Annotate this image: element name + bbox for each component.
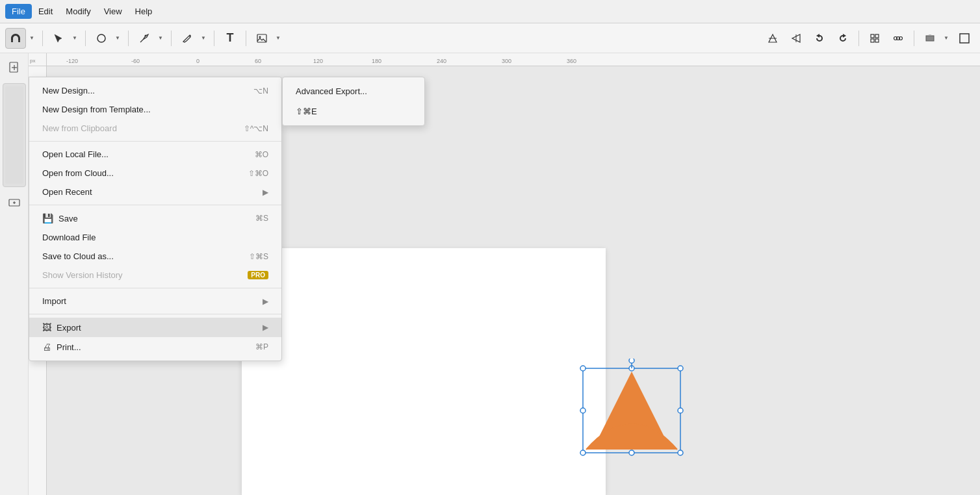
menu-help[interactable]: Help xyxy=(129,4,159,19)
menu-open-local[interactable]: Open Local File... ⌘O xyxy=(29,145,281,164)
print-item-left: 🖨 Print... xyxy=(42,342,81,352)
save-icon: 💾 xyxy=(42,213,53,223)
menu-open-local-label: Open Local File... xyxy=(42,149,109,159)
svg-marker-18 xyxy=(926,34,934,36)
rotate-right-button[interactable] xyxy=(832,28,853,49)
svg-rect-19 xyxy=(960,34,969,43)
ruler-corner: px xyxy=(29,53,47,66)
svg-point-35 xyxy=(678,450,683,455)
svg-point-28 xyxy=(580,366,586,371)
magnet-snap-button[interactable] xyxy=(5,28,26,49)
menu-save-cloud-label: Save to Cloud as... xyxy=(42,251,114,261)
menu-new-design-shortcut: ⌥N xyxy=(253,86,268,95)
circle-button[interactable] xyxy=(91,28,112,49)
shape-rect-dropdown-button[interactable]: ▼ xyxy=(941,28,951,49)
svg-point-2 xyxy=(97,34,105,42)
menu-new-from-template[interactable]: New Design from Template... xyxy=(29,100,281,119)
menu-new-from-clipboard-shortcut: ⇧^⌥N xyxy=(244,124,268,133)
selected-shape-container[interactable] xyxy=(567,359,697,465)
svg-point-31 xyxy=(580,408,586,413)
export-shortcut-item[interactable]: ⇧⌘E xyxy=(283,101,424,121)
distribute-button[interactable] xyxy=(888,28,909,49)
export-advanced-label: Advanced Export... xyxy=(296,86,367,96)
menu-export[interactable]: 🖼 Export ▶ xyxy=(29,318,281,337)
align-grid-button[interactable] xyxy=(864,28,885,49)
export-submenu: Advanced Export... ⇧⌘E xyxy=(282,77,425,126)
add-layer-tool[interactable] xyxy=(3,191,26,214)
svg-point-30 xyxy=(678,366,683,371)
menu-download-file-label: Download File xyxy=(42,233,96,242)
ruler-top: -120 -60 0 60 120 180 240 300 360 xyxy=(47,53,980,66)
separator-7 xyxy=(858,31,859,46)
menu-new-from-template-label: New Design from Template... xyxy=(42,105,151,114)
export-item-left: 🖼 Export xyxy=(42,322,81,333)
select-button[interactable] xyxy=(48,28,69,49)
menu-save-cloud[interactable]: Save to Cloud as... ⇧⌘S xyxy=(29,247,281,266)
menu-version-history: Show Version History PRO xyxy=(29,266,281,285)
select-dropdown-button[interactable]: ▼ xyxy=(70,28,80,49)
main-area: px -120 -60 0 60 120 180 240 300 360 -18… xyxy=(0,53,980,495)
svg-rect-17 xyxy=(926,36,934,41)
canvas-area[interactable]: px -120 -60 0 60 120 180 240 300 360 -18… xyxy=(29,53,980,495)
separator-1 xyxy=(42,31,43,46)
svg-point-34 xyxy=(629,450,634,455)
pen-tool-group: ▼ xyxy=(134,28,166,49)
canvas-page xyxy=(242,248,606,495)
import-arrow-icon: ▶ xyxy=(263,297,268,306)
left-tools-panel xyxy=(0,53,29,495)
text-button[interactable]: T xyxy=(220,28,240,49)
flip-horizontal-button[interactable] xyxy=(786,28,806,49)
separator-5 xyxy=(214,31,214,46)
menu-save-cloud-shortcut: ⇧⌘S xyxy=(249,252,268,261)
menu-view[interactable]: View xyxy=(97,4,129,19)
svg-point-32 xyxy=(678,408,683,413)
snap-dropdown-button[interactable]: ▼ xyxy=(27,28,37,49)
shape-dropdown-button[interactable]: ▼ xyxy=(112,28,123,49)
menu-import[interactable]: Import ▶ xyxy=(29,292,281,311)
separator-4 xyxy=(171,31,172,46)
image-button[interactable] xyxy=(251,28,272,49)
flip-vertical-button[interactable] xyxy=(762,28,783,49)
menu-open-local-shortcut: ⌘O xyxy=(255,150,268,159)
menu-save[interactable]: 💾 Save ⌘S xyxy=(29,209,281,228)
menu-file[interactable]: File xyxy=(5,4,32,19)
export-advanced[interactable]: Advanced Export... xyxy=(283,81,424,101)
menu-open-cloud[interactable]: Open from Cloud... ⇧⌘O xyxy=(29,164,281,183)
snap-tool-group: ▼ xyxy=(5,28,37,49)
svg-rect-1 xyxy=(18,40,20,42)
separator-b xyxy=(29,205,281,205)
pencil-dropdown-button[interactable]: ▼ xyxy=(198,28,209,49)
menu-edit[interactable]: Edit xyxy=(32,4,59,19)
rotate-left-button[interactable] xyxy=(809,28,830,49)
toolbar: ▼ ▼ ▼ ▼ ▼ T xyxy=(0,23,980,53)
menu-open-cloud-label: Open from Cloud... xyxy=(42,168,114,178)
new-page-tool[interactable] xyxy=(3,56,26,79)
layer-panel-bg xyxy=(5,86,23,184)
separator-2 xyxy=(85,31,86,46)
menu-save-label: Save xyxy=(58,214,78,223)
separator-3 xyxy=(128,31,129,46)
separator-d xyxy=(29,314,281,314)
menu-print[interactable]: 🖨 Print... ⌘P xyxy=(29,337,281,357)
select-tool-group: ▼ xyxy=(48,28,80,49)
image-dropdown-button[interactable]: ▼ xyxy=(273,28,283,49)
separator-6 xyxy=(246,31,246,46)
menu-version-history-label: Show Version History xyxy=(42,270,123,280)
pencil-button[interactable] xyxy=(177,28,198,49)
menu-open-recent[interactable]: Open Recent ▶ xyxy=(29,183,281,201)
separator-a xyxy=(29,141,281,142)
menu-modify[interactable]: Modify xyxy=(59,4,97,19)
version-history-left: Show Version History xyxy=(42,270,123,280)
menu-export-label: Export xyxy=(57,323,81,333)
menu-save-shortcut: ⌘S xyxy=(255,214,268,223)
menu-new-from-clipboard-label: New from Clipboard xyxy=(42,123,117,133)
pen-dropdown-button[interactable]: ▼ xyxy=(155,28,166,49)
menu-new-design[interactable]: New Design... ⌥N xyxy=(29,81,281,100)
canvas-tool-button[interactable] xyxy=(954,28,975,49)
svg-marker-26 xyxy=(586,372,677,450)
svg-point-3 xyxy=(145,34,147,36)
pen-button[interactable] xyxy=(134,28,155,49)
shape-rect-button[interactable] xyxy=(920,28,940,49)
shape-svg xyxy=(567,359,697,463)
menu-download-file[interactable]: Download File xyxy=(29,228,281,247)
